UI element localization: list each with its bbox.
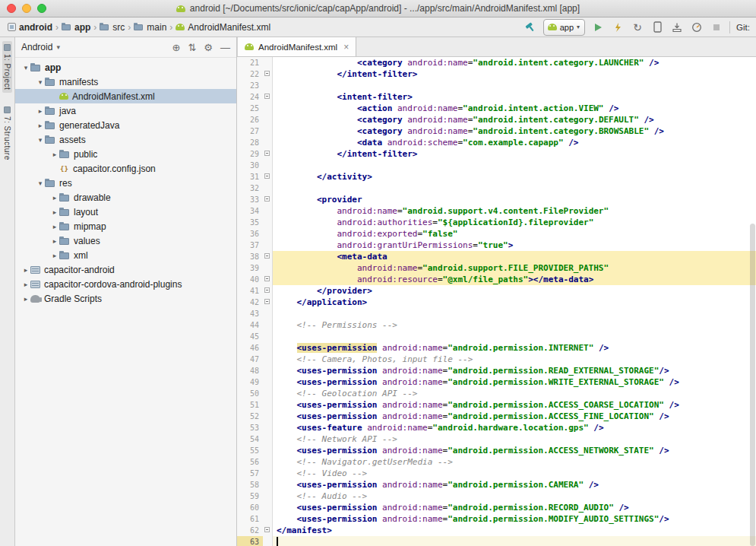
stop-button[interactable]: [710, 21, 723, 34]
code-line-43[interactable]: 43: [237, 308, 756, 319]
tree-item-drawable[interactable]: ▸drawable: [15, 190, 236, 205]
tree-item-Gradle Scripts[interactable]: ▸Gradle Scripts: [15, 291, 236, 306]
breadcrumb-item-app[interactable]: app: [60, 22, 92, 33]
minimize-window-button[interactable]: [22, 4, 31, 13]
code-line-36[interactable]: 36 android:exported="false": [237, 228, 756, 240]
code-line-21[interactable]: 21 <category android:name="android.inten…: [237, 57, 756, 68]
code-line-30[interactable]: 30: [237, 160, 756, 171]
fold-gutter[interactable]: [263, 91, 273, 103]
fold-gutter[interactable]: [263, 68, 273, 80]
code-line-50[interactable]: 50 <!-- Geolocation API -->: [237, 388, 756, 399]
editor-scrollbar[interactable]: [749, 57, 756, 546]
fold-marker-icon[interactable]: [264, 173, 270, 179]
close-window-button[interactable]: [7, 4, 16, 13]
code-line-56[interactable]: 56 <!-- Navigator.getUserMedia -->: [237, 456, 756, 468]
tree-item-layout[interactable]: ▸layout: [15, 205, 236, 219]
code-line-22[interactable]: 22 </intent-filter>: [237, 68, 756, 80]
code-line-61[interactable]: 61 <uses-permission android:name="androi…: [237, 513, 756, 525]
code-line-29[interactable]: 29 </intent-filter>: [237, 148, 756, 160]
fold-gutter[interactable]: [263, 194, 273, 205]
tree-chevron-icon[interactable]: ▾: [36, 179, 45, 187]
tree-chevron-icon[interactable]: ▸: [36, 107, 45, 115]
code-line-24[interactable]: 24 <intent-filter>: [237, 91, 756, 103]
code-line-59[interactable]: 59 <!-- Audio -->: [237, 490, 756, 502]
profiler-icon[interactable]: [690, 21, 704, 34]
gradle-sync-icon[interactable]: ↻: [631, 21, 644, 34]
tree-chevron-icon[interactable]: ▸: [50, 223, 59, 230]
fold-gutter[interactable]: [263, 274, 273, 285]
code-line-60[interactable]: 60 <uses-permission android:name="androi…: [237, 502, 756, 513]
tree-chevron-icon[interactable]: ▸: [50, 208, 59, 216]
code-line-35[interactable]: 35 android:authorities="${applicationId}…: [237, 217, 756, 228]
code-line-49[interactable]: 49 <uses-permission android:name="androi…: [237, 376, 756, 388]
scrollbar-thumb[interactable]: [750, 224, 755, 546]
tool-window-tab-project[interactable]: 1: Project: [2, 41, 12, 93]
fold-gutter[interactable]: [263, 285, 273, 297]
breadcrumb-item-AndroidManifest.xml[interactable]: AndroidManifest.xml: [174, 22, 272, 33]
fold-marker-icon[interactable]: [264, 253, 270, 259]
tree-chevron-icon[interactable]: ▸: [50, 252, 59, 259]
zoom-window-button[interactable]: [37, 4, 46, 13]
breadcrumb-item-main[interactable]: main: [132, 22, 168, 33]
tree-chevron-icon[interactable]: ▸: [21, 295, 30, 303]
code-line-55[interactable]: 55 <uses-permission android:name="androi…: [237, 445, 756, 456]
code-line-54[interactable]: 54 <!-- Network API -->: [237, 433, 756, 445]
apply-changes-bolt-icon[interactable]: [611, 21, 625, 34]
code-line-48[interactable]: 48 <uses-permission android:name="androi…: [237, 365, 756, 376]
fold-marker-icon[interactable]: [264, 276, 270, 281]
run-button[interactable]: [591, 21, 605, 34]
code-line-57[interactable]: 57 <!-- Video -->: [237, 468, 756, 479]
tree-chevron-icon[interactable]: ▸: [50, 151, 59, 158]
fold-gutter[interactable]: [263, 148, 273, 160]
code-line-42[interactable]: 42 </application>: [237, 297, 756, 308]
avd-manager-icon[interactable]: [650, 21, 664, 34]
tree-item-public[interactable]: ▸public: [15, 147, 236, 161]
tree-item-res[interactable]: ▾res: [15, 176, 236, 190]
fold-gutter[interactable]: [263, 525, 273, 536]
hide-panel-icon[interactable]: —: [220, 43, 230, 52]
tree-chevron-icon[interactable]: ▸: [50, 194, 59, 202]
locate-file-icon[interactable]: ⊕: [172, 43, 181, 52]
run-configuration-select[interactable]: app ▾: [543, 19, 585, 36]
code-line-39[interactable]: 39 android:name="android.support.FILE_PR…: [237, 262, 756, 274]
tree-item-assets[interactable]: ▾assets: [15, 132, 236, 147]
code-line-38[interactable]: 38 <meta-data: [237, 251, 756, 262]
tree-item-generatedJava[interactable]: ▸generatedJava: [15, 118, 236, 132]
code-line-51[interactable]: 51 <uses-permission android:name="androi…: [237, 399, 756, 411]
breadcrumb-item-android[interactable]: android: [6, 22, 54, 33]
fold-marker-icon[interactable]: [264, 94, 270, 99]
fold-gutter[interactable]: [263, 251, 273, 262]
tree-chevron-icon[interactable]: ▸: [21, 266, 30, 274]
fold-marker-icon[interactable]: [264, 299, 270, 304]
code-line-26[interactable]: 26 <category android:name="android.inten…: [237, 114, 756, 125]
tree-chevron-icon[interactable]: ▾: [36, 78, 45, 86]
tree-item-java[interactable]: ▸java: [15, 103, 236, 118]
code-line-34[interactable]: 34 android:name="android.support.v4.cont…: [237, 205, 756, 217]
code-line-37[interactable]: 37 android:grantUriPermissions="true">: [237, 240, 756, 251]
tree-item-xml[interactable]: ▸xml: [15, 248, 236, 262]
code-line-53[interactable]: 53 <uses-feature android:name="android.h…: [237, 422, 756, 433]
git-branch-label[interactable]: Git:: [736, 23, 750, 32]
code-line-25[interactable]: 25 <action android:name="android.intent.…: [237, 103, 756, 114]
tree-item-manifests[interactable]: ▾manifests: [15, 75, 236, 89]
title-bar[interactable]: android [~/Documents/src/ionic/cap/capAp…: [0, 0, 756, 17]
code-line-32[interactable]: 32: [237, 183, 756, 194]
tree-chevron-icon[interactable]: ▸: [21, 281, 30, 288]
code-line-44[interactable]: 44 <!-- Permissions -->: [237, 319, 756, 331]
tree-chevron-icon[interactable]: ▸: [36, 122, 45, 129]
tree-item-mipmap[interactable]: ▸mipmap: [15, 219, 236, 233]
tree-chevron-icon[interactable]: ▾: [36, 136, 45, 144]
sdk-manager-icon[interactable]: [670, 21, 684, 34]
tree-chevron-icon[interactable]: ▸: [50, 237, 59, 245]
code-line-31[interactable]: 31 </activity>: [237, 171, 756, 183]
fold-marker-icon[interactable]: [264, 527, 270, 532]
fold-marker-icon[interactable]: [264, 71, 270, 76]
fold-gutter[interactable]: [263, 297, 273, 308]
tree-item-AndroidManifest.xml[interactable]: AndroidManifest.xml: [15, 89, 236, 103]
fold-marker-icon[interactable]: [264, 287, 270, 293]
code-line-45[interactable]: 45: [237, 331, 756, 342]
project-view-selector[interactable]: Android: [21, 42, 52, 52]
code-editor[interactable]: 21 <category android:name="android.inten…: [237, 57, 756, 546]
tree-item-capacitor.config.json[interactable]: capacitor.config.json: [15, 161, 236, 176]
code-line-63[interactable]: 63: [237, 536, 756, 546]
